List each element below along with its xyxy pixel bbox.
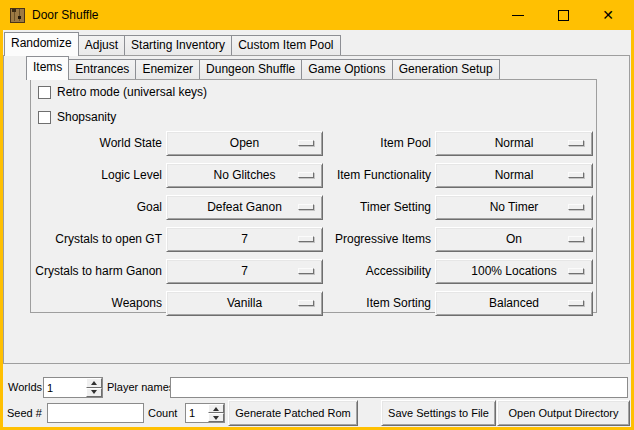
worlds-spinbox[interactable] [43,377,103,398]
world-state-label: World State [23,131,162,156]
checkbox-icon[interactable] [38,111,51,124]
dropdown-indicator-icon [568,300,584,306]
close-icon: ✕ [602,8,614,22]
dropdown-indicator-icon [568,268,584,274]
count-input[interactable] [186,404,208,422]
maximize-button[interactable] [548,0,578,30]
retro-mode-checkbox[interactable]: Retro mode (universal keys) [38,85,207,99]
window-title: Door Shuffle [32,0,99,30]
count-spinbox[interactable] [185,403,225,423]
tab-adjust[interactable]: Adjust [78,35,125,55]
count-spin-buttons [208,404,224,422]
progressive-items-label: Progressive Items [293,227,431,252]
close-button[interactable]: ✕ [593,0,623,30]
item-functionality-label: Item Functionality [293,163,431,188]
dropdown-indicator-icon [568,140,584,146]
checkbox-icon[interactable] [38,86,51,99]
shopsanity-checkbox[interactable]: Shopsanity [38,110,116,124]
tab-items[interactable]: Items [26,56,69,80]
crystals-harm-ganon-label: Crystals to harm Ganon [23,259,162,284]
spin-down-icon [213,416,219,420]
count-spin-up-button[interactable] [208,404,224,413]
worlds-spin-buttons [86,378,102,397]
open-button-label: Open Output Directory [508,407,618,419]
progressive-items-dropdown[interactable]: On [435,227,593,252]
item-functionality-dropdown[interactable]: Normal [435,163,593,188]
count-spin-down-button[interactable] [208,413,224,422]
maximize-icon [558,10,569,21]
tab-starting-inventory[interactable]: Starting Inventory [124,35,232,55]
dropdown-indicator-icon [568,172,584,178]
seed-input[interactable] [47,403,144,423]
tab-dungeon-shuffle[interactable]: Dungeon Shuffle [199,59,302,79]
player-names-label: Player names [107,377,174,398]
item-sorting-label: Item Sorting [293,291,431,316]
tab-enemizer[interactable]: Enemizer [135,59,200,79]
title-bar: Door Shuffle ✕ [0,0,634,30]
spin-down-icon [91,390,97,394]
count-label: Count [148,403,177,423]
item-pool-label: Item Pool [293,131,431,156]
main-tab-bar: RandomizeAdjustStarting InventoryCustom … [4,32,340,56]
save-settings-button[interactable]: Save Settings to File [381,400,496,426]
generate-patched-rom-button[interactable]: Generate Patched Rom [228,400,358,426]
crystals-open-gt-label: Crystals to open GT [23,227,162,252]
open-output-directory-button[interactable]: Open Output Directory [497,400,630,426]
accessibility-dropdown[interactable]: 100% Locations [435,259,593,284]
spin-up-icon [91,381,97,385]
tab-custom-item-pool[interactable]: Custom Item Pool [231,35,340,55]
minimize-button[interactable] [503,0,533,30]
timer-setting-dropdown[interactable]: No Timer [435,195,593,220]
save-button-label: Save Settings to File [388,407,489,419]
accessibility-label: Accessibility [293,259,431,284]
door-icon [9,7,25,23]
client-area: RandomizeAdjustStarting InventoryCustom … [3,30,631,427]
logic-level-label: Logic Level [23,163,162,188]
worlds-spin-down-button[interactable] [86,388,102,398]
tab-entrances[interactable]: Entrances [68,59,136,79]
player-names-input[interactable] [170,377,628,398]
generate-button-label: Generate Patched Rom [235,407,351,419]
tab-game-options[interactable]: Game Options [301,59,392,79]
app-window: Door Shuffle ✕ RandomizeAdjustStarting I… [0,0,634,430]
dropdown-indicator-icon [568,204,584,210]
worlds-label: Worlds [8,377,42,398]
dropdown-indicator-icon [568,236,584,242]
item-sorting-dropdown[interactable]: Balanced [435,291,593,316]
tab-randomize[interactable]: Randomize [4,32,79,56]
shopsanity-label: Shopsanity [57,110,116,124]
weapons-label: Weapons [23,291,162,316]
worlds-spin-up-button[interactable] [86,378,102,388]
timer-setting-label: Timer Setting [293,195,431,220]
spin-up-icon [213,407,219,411]
item-pool-dropdown[interactable]: Normal [435,131,593,156]
goal-label: Goal [23,195,162,220]
retro-mode-label: Retro mode (universal keys) [57,85,207,99]
worlds-input[interactable] [44,378,86,397]
sub-tab-bar: ItemsEntrancesEnemizerDungeon ShuffleGam… [26,56,499,80]
minimize-icon [512,15,524,16]
seed-label: Seed # [7,403,42,423]
tab-generation-setup[interactable]: Generation Setup [392,59,500,79]
